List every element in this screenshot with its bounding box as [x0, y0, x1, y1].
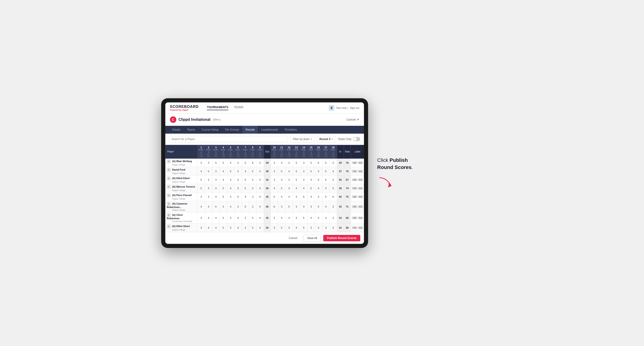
hole-8-score[interactable]: 6: [249, 159, 256, 167]
hole-7-score[interactable]: 5: [242, 201, 249, 212]
hole-9-score[interactable]: 5: [256, 192, 264, 201]
hole-8-score[interactable]: 5: [249, 212, 256, 223]
hole-3-score[interactable]: 3: [212, 175, 220, 184]
hole-6-score[interactable]: 4: [234, 223, 242, 232]
tab-teams[interactable]: Teams: [184, 126, 198, 134]
wd-badge[interactable]: WD: [352, 216, 357, 219]
hole-6-score[interactable]: 3: [234, 159, 242, 167]
wd-badge[interactable]: WD: [352, 187, 357, 190]
tab-printables[interactable]: Printables: [282, 126, 300, 134]
hole-3-score[interactable]: 5: [212, 159, 220, 167]
hole-1-score[interactable]: 4: [198, 167, 205, 175]
hole-10-score[interactable]: 3: [270, 167, 278, 175]
hole-2-score[interactable]: 4: [205, 201, 212, 212]
hole-7-score[interactable]: 5: [242, 175, 249, 184]
hole-2-score[interactable]: 4: [205, 212, 212, 223]
hole-17-score[interactable]: 3: [322, 212, 330, 223]
save-all-button[interactable]: Save All: [303, 235, 321, 242]
hole-1-score[interactable]: 3: [198, 192, 205, 201]
hole-17-score[interactable]: 3: [322, 184, 330, 192]
hole-4-score[interactable]: 4: [220, 167, 227, 175]
hole-11-score[interactable]: 5: [278, 159, 285, 167]
hole-13-score[interactable]: 3: [293, 192, 300, 201]
dq-badge[interactable]: DQ: [358, 187, 363, 190]
hole-10-score[interactable]: 4: [270, 184, 278, 192]
hole-15-score[interactable]: 5: [308, 159, 315, 167]
hole-4-score[interactable]: 5: [220, 184, 227, 192]
hole-18-score[interactable]: 3: [330, 223, 337, 232]
hole-5-score[interactable]: 4: [227, 184, 234, 192]
hole-8-score[interactable]: 3: [249, 201, 256, 212]
hole-10-score[interactable]: 3: [270, 175, 278, 184]
hole-14-score[interactable]: 3: [300, 159, 308, 167]
hole-16-score[interactable]: 4: [315, 184, 322, 192]
hole-18-score[interactable]: 3: [330, 212, 337, 223]
hole-1-score[interactable]: 5: [198, 175, 205, 184]
hole-10-score[interactable]: 6: [270, 201, 278, 212]
hole-15-score[interactable]: 3: [308, 212, 315, 223]
hole-5-score[interactable]: 3: [227, 212, 234, 223]
hole-10-score[interactable]: 3: [270, 223, 278, 232]
hole-4-score[interactable]: 5: [220, 192, 227, 201]
search-input[interactable]: [169, 136, 288, 142]
hole-12-score[interactable]: 3: [285, 159, 293, 167]
hole-4-score[interactable]: 5: [220, 159, 227, 167]
hole-2-score[interactable]: 3: [205, 175, 212, 184]
hole-14-score[interactable]: 3: [300, 175, 308, 184]
wd-badge[interactable]: WD: [352, 205, 357, 208]
hole-13-score[interactable]: 4: [293, 212, 300, 223]
hole-6-score[interactable]: 3: [234, 167, 242, 175]
wd-badge[interactable]: WD: [352, 162, 357, 164]
dq-badge[interactable]: DQ: [358, 162, 363, 164]
hole-3-score[interactable]: 4: [212, 212, 220, 223]
tab-course-setup[interactable]: Course Setup: [198, 126, 222, 134]
hole-17-score[interactable]: 5: [322, 167, 330, 175]
hole-8-score[interactable]: 4: [249, 175, 256, 184]
hole-6-score[interactable]: 5: [234, 192, 242, 201]
wd-badge[interactable]: WD: [352, 170, 357, 173]
hole-16-score[interactable]: 6: [315, 175, 322, 184]
hole-2-score[interactable]: 4: [205, 223, 212, 232]
hole-18-score[interactable]: 5: [330, 184, 337, 192]
hole-1-score[interactable]: 5: [198, 184, 205, 192]
hole-1-score[interactable]: 3: [198, 212, 205, 223]
hole-4-score[interactable]: 3: [220, 201, 227, 212]
hole-14-score[interactable]: 5: [300, 223, 308, 232]
hole-15-score[interactable]: 3: [308, 223, 315, 232]
hole-7-score[interactable]: 3: [242, 212, 249, 223]
hole-9-score[interactable]: 4: [256, 184, 264, 192]
hole-2-score[interactable]: 3: [205, 159, 212, 167]
hole-4-score[interactable]: 5: [220, 223, 227, 232]
hole-12-score[interactable]: 4: [285, 167, 293, 175]
hole-18-score[interactable]: 3: [330, 175, 337, 184]
hole-11-score[interactable]: 5: [278, 167, 285, 175]
hole-17-score[interactable]: 5: [322, 175, 330, 184]
nav-tournaments[interactable]: TOURNAMENTS: [207, 106, 228, 110]
hole-3-score[interactable]: 4: [212, 192, 220, 201]
hole-4-score[interactable]: 5: [220, 212, 227, 223]
wd-badge[interactable]: WD: [352, 226, 357, 229]
dq-badge[interactable]: DQ: [358, 178, 363, 181]
hole-16-score[interactable]: 4: [315, 223, 322, 232]
hole-13-score[interactable]: 3: [293, 201, 300, 212]
toggle-switch[interactable]: [353, 137, 360, 141]
hole-16-score[interactable]: 3: [315, 167, 322, 175]
tab-results[interactable]: Results: [242, 126, 258, 134]
hole-12-score[interactable]: 5: [285, 201, 293, 212]
hole-12-score[interactable]: 3: [285, 223, 293, 232]
totals-only-toggle[interactable]: Totals Only: [338, 137, 360, 141]
hole-8-score[interactable]: 3: [249, 184, 256, 192]
hole-6-score[interactable]: 3: [234, 184, 242, 192]
hole-5-score[interactable]: 3: [227, 192, 234, 201]
dq-badge[interactable]: DQ: [358, 205, 363, 208]
hole-5-score[interactable]: 4: [227, 159, 234, 167]
hole-12-score[interactable]: 3: [285, 175, 293, 184]
hole-14-score[interactable]: 5: [300, 212, 308, 223]
hole-14-score[interactable]: 4: [300, 184, 308, 192]
hole-6-score[interactable]: 3: [234, 175, 242, 184]
hole-11-score[interactable]: 5: [278, 223, 285, 232]
hole-17-score[interactable]: 5: [322, 159, 330, 167]
hole-18-score[interactable]: 6: [330, 192, 337, 201]
hole-12-score[interactable]: 3: [285, 212, 293, 223]
hole-15-score[interactable]: 4: [308, 192, 315, 201]
